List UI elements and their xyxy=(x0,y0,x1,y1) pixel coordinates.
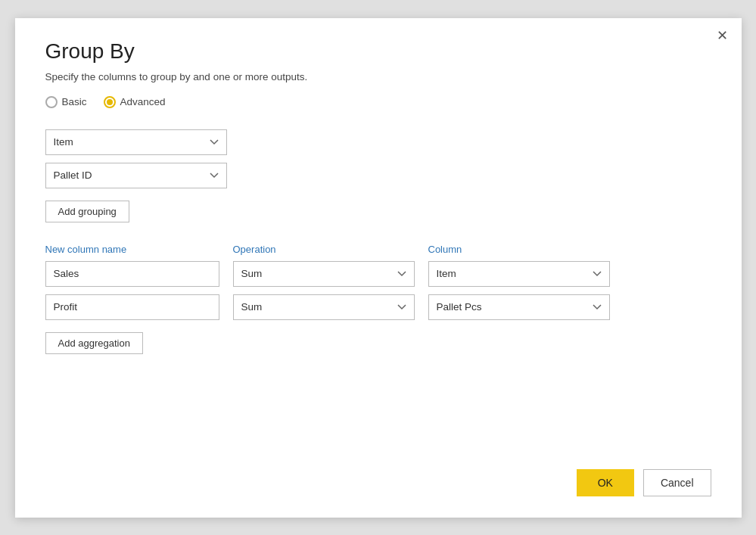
radio-basic[interactable] xyxy=(45,96,58,108)
agg-operation-select-1[interactable]: Sum Average Min Max Count Count Distinct xyxy=(233,261,415,287)
group-by-dialog: ✕ Group By Specify the columns to group … xyxy=(15,18,742,518)
grouping-section: Item Pallet ID Sales Profit Item Pallet … xyxy=(45,129,711,222)
agg-name-input-1[interactable] xyxy=(45,261,219,287)
agg-column-select-2[interactable]: Item Pallet ID Sales Profit Pallet Pcs xyxy=(428,294,610,320)
radio-basic-label[interactable]: Basic xyxy=(45,96,87,108)
ok-button[interactable]: OK xyxy=(577,469,634,496)
agg-row-2: Sum Average Min Max Count Count Distinct… xyxy=(45,294,711,320)
agg-row-1: Sum Average Min Max Count Count Distinct… xyxy=(45,261,711,287)
radio-advanced[interactable] xyxy=(104,96,116,108)
group-select-2[interactable]: Item Pallet ID Sales Profit xyxy=(45,163,227,188)
group-dropdown-row-2: Item Pallet ID Sales Profit xyxy=(45,163,711,188)
radio-basic-text: Basic xyxy=(62,96,87,107)
dialog-footer: OK Cancel xyxy=(577,469,711,496)
agg-col-header-operation: Operation xyxy=(233,244,415,255)
agg-col-header-name: New column name xyxy=(45,244,219,255)
dialog-subtitle: Specify the columns to group by and one … xyxy=(45,71,711,82)
add-aggregation-button[interactable]: Add aggregation xyxy=(45,332,143,354)
cancel-button[interactable]: Cancel xyxy=(643,469,711,496)
add-grouping-button[interactable]: Add grouping xyxy=(45,201,129,222)
radio-advanced-label[interactable]: Advanced xyxy=(104,96,166,108)
radio-group: Basic Advanced xyxy=(45,96,711,108)
radio-advanced-text: Advanced xyxy=(120,96,166,107)
group-dropdown-row-1: Item Pallet ID Sales Profit xyxy=(45,129,711,155)
agg-name-input-2[interactable] xyxy=(45,294,219,320)
aggregation-header-row: New column name Operation Column xyxy=(45,244,711,255)
aggregation-section: New column name Operation Column Sum Ave… xyxy=(45,244,711,354)
group-select-1[interactable]: Item Pallet ID Sales Profit xyxy=(45,129,227,155)
agg-col-header-column: Column xyxy=(428,244,610,255)
agg-column-select-1[interactable]: Item Pallet ID Sales Profit Pallet Pcs xyxy=(428,261,610,287)
close-button[interactable]: ✕ xyxy=(717,29,728,42)
dialog-title: Group By xyxy=(45,39,711,64)
agg-operation-select-2[interactable]: Sum Average Min Max Count Count Distinct xyxy=(233,294,415,320)
